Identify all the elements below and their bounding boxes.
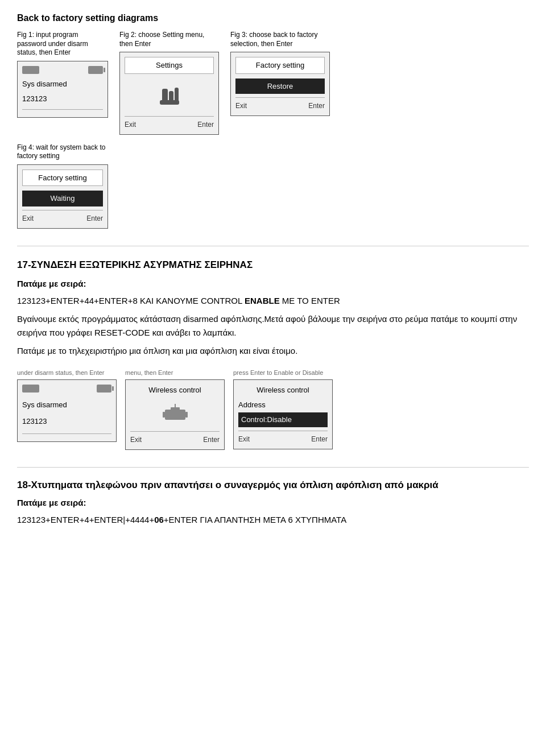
wireless-fig2-col: menu, then Enter Wireless control Exit E… [125,368,225,450]
section-17: 17-ΣΥΝΔΕΣΗ ΕΞΩΤΕΡΙΚΗΣ ΑΣΥΡΜΑΤΗΣ ΣΕΙΡΗΝΑΣ… [17,258,529,358]
wireless-s1-line1: Sys disarmed [22,399,111,411]
wireless-fig3-col: press Enter to Enable or Disable Wireles… [233,368,333,449]
screen1-icons [22,66,103,74]
wireless-device-icon [163,404,188,423]
wireless-s3-control-disable: Control:Disable [238,412,328,427]
wireless-s2-footer: Exit Enter [130,431,220,445]
factory-diagrams-row: Fig 1: input program password under disa… [17,31,529,135]
svg-rect-4 [165,410,185,420]
svg-rect-5 [163,412,165,418]
settings-hand-icon [159,83,180,108]
screen3-enter: Enter [308,101,325,111]
factory-section: Back to factory setting diagrams Fig 1: … [17,11,529,229]
screen1-icon-left [22,66,39,74]
wireless-s3-title: Wireless control [238,385,328,396]
wireless-s3-exit: Exit [238,434,250,444]
factory-fig3-col: Fig 3: choose back to factory selection,… [230,31,330,116]
section17-heading: 17-ΣΥΝΔΕΣΗ ΕΞΩΤΕΡΙΚΗΣ ΑΣΥΡΜΑΤΗΣ ΣΕΙΡΗΝΑΣ [17,258,529,272]
wireless-fig1-col: under disarm status, then Enter Sys disa… [17,368,117,443]
svg-rect-6 [185,412,188,418]
wireless-s1-line2: 123123 [22,415,111,428]
wireless-s2-icon [130,398,220,429]
factory-section-title: Back to factory setting diagrams [17,11,529,25]
screen3-exit: Exit [235,101,247,111]
screen4-footer: Exit Enter [22,210,103,224]
wireless-s3-enter: Enter [311,434,328,444]
screen2-footer: Exit Enter [125,116,214,130]
wireless-s2-title: Wireless control [130,385,220,396]
screen4-enter: Enter [86,213,103,224]
wireless-screen1: Sys disarmed 123123 [17,379,117,442]
wireless-screen3: Wireless control Address Control:Disable… [233,379,333,449]
factory-fig1-col: Fig 1: input program password under disa… [17,31,108,118]
section17-line3: Πατάμε με το τηλεχειριστήριο μια όπλιση … [17,344,529,358]
wireless-s1-icon-left [22,385,39,393]
factory-screen1: Sys disarmed 123123 [17,61,108,118]
screen1-footer [22,109,103,113]
screen4-exit: Exit [22,213,34,224]
factory-fig4-label: Fig 4: wait for system back to factory s… [17,143,108,161]
wireless-diagrams-row: under disarm status, then Enter Sys disa… [17,368,529,450]
screen2-icon-area [125,77,214,114]
factory-fig3-label: Fig 3: choose back to factory selection,… [230,31,321,48]
section17-line2: Βγαίνουμε εκτός προγράμματος κάτάσταση d… [17,312,529,340]
section17-sub: Πατάμε με σειρά: [17,278,529,291]
section17-line1: 123123+ENTER+44+ENTER+8 ΚΑΙ ΚΑΝΟΥΜΕ CONT… [17,294,529,308]
wireless-fig2-above: menu, then Enter [125,368,173,378]
screen1-line2: 123123 [22,93,103,105]
divider-1 [17,246,529,246]
section17-line2b: Μετά αφού βάλουμε την σειρήνα στο ρεύμα … [17,314,517,337]
wireless-s2-enter: Enter [203,435,220,445]
screen3-highlighted: Restore [235,79,325,94]
factory-screen4: Factory setting Waiting Exit Enter [17,164,108,229]
wireless-fig3-above: press Enter to Enable or Disable [233,368,323,378]
section18-heading: 18-Χτυπηματα τηλεφώνου πριν απαντήσει ο … [17,478,529,493]
svg-rect-3 [160,100,179,105]
wireless-s2-exit: Exit [130,435,142,445]
screen1-battery [88,66,103,74]
wireless-s1-battery [97,385,111,393]
factory-screen2: Settings Exit Enter [119,52,219,135]
wireless-s3-addr: Address [238,399,328,411]
factory-fig2-col: Fig 2: choose Setting menu, then Enter S… [119,31,219,135]
wireless-screen1-icons [22,385,111,393]
screen3-footer: Exit Enter [235,97,325,111]
screen2-exit: Exit [125,119,136,130]
section18-line1: 123123+ENTER+4+ENTER|+4444+06+ENTER ΓΙΑ … [17,513,529,527]
section18-sub: Πατάμε με σειρά: [17,497,529,510]
enable-bold: ENABLE [245,296,280,305]
factory-fig4-col: Fig 4: wait for system back to factory s… [17,143,108,229]
screen2-title: Settings [125,57,214,74]
svg-rect-7 [171,407,180,411]
divider-2 [17,467,529,468]
screen4-highlighted: Waiting [22,191,103,206]
factory-fig4-row: Fig 4: wait for system back to factory s… [17,143,529,229]
factory-screen3: Factory setting Restore Exit Enter [230,52,330,116]
screen3-title: Factory setting [235,57,325,74]
wireless-screen2: Wireless control Exit Enter [125,379,225,450]
wireless-s3-footer: Exit Enter [238,431,328,444]
screen2-enter: Enter [197,119,214,130]
factory-fig1-label: Fig 1: input program password under disa… [17,31,108,57]
wireless-s1-footer [22,433,111,437]
wireless-fig1-above: under disarm status, then Enter [17,368,104,378]
screen4-title: Factory setting [22,170,103,187]
factory-fig2-label: Fig 2: choose Setting menu, then Enter [119,31,210,48]
screen1-line1: Sys disarmed [22,78,103,90]
section-18: 18-Χτυπηματα τηλεφώνου πριν απαντήσει ο … [17,478,529,527]
bold-06: 06 [154,515,164,524]
